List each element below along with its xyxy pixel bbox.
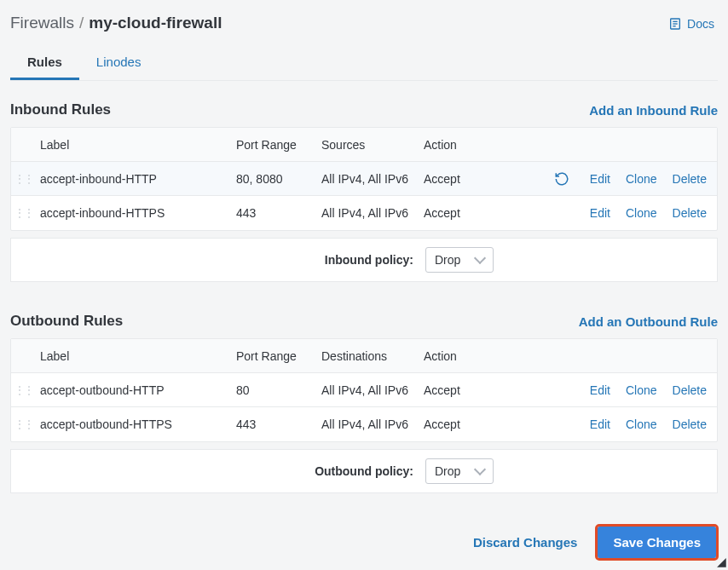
docs-icon — [668, 17, 682, 31]
rule-action: Accept — [419, 164, 504, 194]
col-header-action: Action — [419, 130, 504, 160]
tab-rules[interactable]: Rules — [10, 46, 79, 80]
footer-actions: Discard Changes Save Changes — [473, 527, 716, 558]
col-header-label: Label — [35, 341, 231, 371]
rule-port: 443 — [231, 198, 316, 228]
table-row: accept-outbound-HTTP 80 All IPv4, All IP… — [11, 373, 717, 407]
breadcrumb-separator: / — [79, 14, 84, 32]
table-row: accept-outbound-HTTPS 443 All IPv4, All … — [11, 407, 717, 441]
delete-link[interactable]: Delete — [673, 206, 707, 220]
inbound-title: Inbound Rules — [10, 101, 111, 118]
clone-link[interactable]: Clone — [626, 417, 657, 431]
rule-action: Accept — [419, 409, 504, 440]
inbound-table: Label Port Range Sources Action accept-i… — [10, 127, 718, 231]
rule-label: accept-inbound-HTTPS — [35, 198, 231, 228]
drag-handle-icon[interactable] — [11, 383, 35, 398]
breadcrumb: Firewalls / my-cloud-firewall — [10, 14, 718, 32]
clone-link[interactable]: Clone — [626, 383, 657, 397]
rule-destinations: All IPv4, All IPv6 — [316, 409, 419, 440]
discard-changes-button[interactable]: Discard Changes — [473, 535, 578, 550]
delete-link[interactable]: Delete — [673, 417, 707, 431]
rule-destinations: All IPv4, All IPv6 — [316, 375, 419, 406]
rule-sources: All IPv4, All IPv6 — [316, 198, 419, 228]
drag-handle-icon[interactable] — [11, 171, 35, 187]
rule-label: accept-inbound-HTTP — [35, 164, 231, 194]
cursor-icon: ◢ — [717, 555, 726, 568]
delete-link[interactable]: Delete — [673, 172, 707, 186]
col-header-label: Label — [35, 130, 231, 160]
outbound-table: Label Port Range Destinations Action acc… — [10, 338, 718, 442]
inbound-header-row: Label Port Range Sources Action — [11, 128, 717, 162]
drag-handle-icon[interactable] — [11, 417, 35, 432]
col-header-sources: Sources — [316, 130, 419, 160]
save-changes-button[interactable]: Save Changes — [598, 527, 716, 558]
outbound-header-row: Label Port Range Destinations Action — [11, 339, 717, 373]
inbound-policy-label: Inbound policy: — [325, 253, 413, 267]
rule-sources: All IPv4, All IPv6 — [316, 164, 419, 194]
breadcrumb-current: my-cloud-firewall — [89, 14, 222, 32]
col-header-destinations: Destinations — [316, 341, 419, 371]
rule-action: Accept — [419, 375, 504, 406]
docs-link[interactable]: Docs — [668, 17, 714, 31]
rule-label: accept-outbound-HTTP — [35, 375, 231, 406]
col-header-action: Action — [419, 341, 504, 371]
undo-icon[interactable] — [554, 171, 569, 187]
rule-port: 80, 8080 — [231, 164, 316, 194]
outbound-policy-select[interactable]: Drop — [425, 458, 494, 484]
tab-linodes[interactable]: Linodes — [79, 46, 159, 80]
table-row: accept-inbound-HTTP 80, 8080 All IPv4, A… — [11, 162, 717, 196]
outbound-policy-label: Outbound policy: — [315, 464, 413, 478]
rule-port: 443 — [231, 409, 316, 440]
outbound-policy-row: Outbound policy: Drop — [10, 449, 718, 493]
edit-link[interactable]: Edit — [590, 206, 610, 220]
rule-label: accept-outbound-HTTPS — [35, 409, 231, 440]
rule-port: 80 — [231, 375, 316, 406]
clone-link[interactable]: Clone — [626, 172, 657, 186]
docs-label: Docs — [687, 17, 714, 31]
inbound-policy-row: Inbound policy: Drop — [10, 238, 718, 282]
breadcrumb-root[interactable]: Firewalls — [10, 14, 74, 32]
drag-handle-icon[interactable] — [11, 205, 35, 221]
add-outbound-rule-link[interactable]: Add an Outbound Rule — [579, 314, 718, 329]
edit-link[interactable]: Edit — [590, 417, 610, 431]
table-row: accept-inbound-HTTPS 443 All IPv4, All I… — [11, 196, 717, 230]
rule-action: Accept — [419, 198, 504, 228]
inbound-policy-select[interactable]: Drop — [425, 247, 494, 273]
edit-link[interactable]: Edit — [590, 383, 610, 397]
tabs: Rules Linodes — [10, 46, 718, 81]
add-inbound-rule-link[interactable]: Add an Inbound Rule — [589, 103, 718, 118]
edit-link[interactable]: Edit — [590, 172, 610, 186]
col-header-port: Port Range — [231, 130, 316, 160]
col-header-port: Port Range — [231, 341, 316, 371]
outbound-title: Outbound Rules — [10, 313, 123, 330]
delete-link[interactable]: Delete — [673, 383, 707, 397]
clone-link[interactable]: Clone — [626, 206, 657, 220]
